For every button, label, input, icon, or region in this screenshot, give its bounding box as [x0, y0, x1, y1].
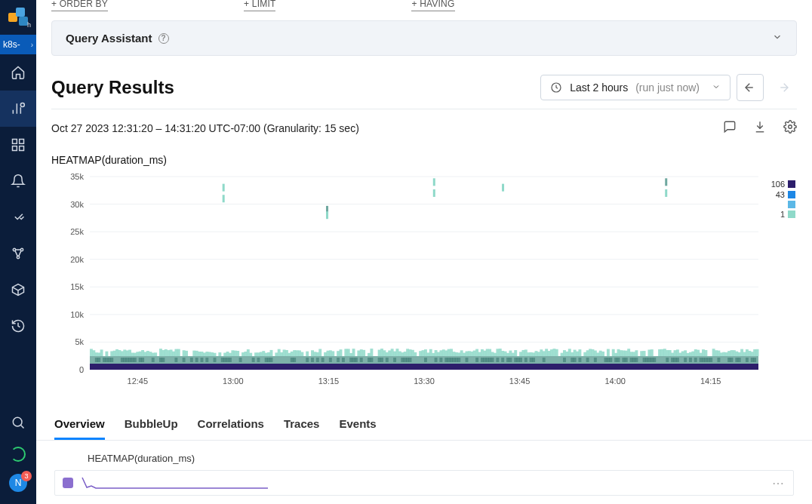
svg-rect-242 — [697, 350, 700, 356]
sparkline — [81, 475, 269, 490]
comment-button[interactable] — [723, 120, 737, 136]
svg-rect-394 — [433, 189, 435, 197]
svg-rect-298 — [291, 358, 294, 362]
tab-events[interactable]: Events — [339, 410, 376, 440]
time-range-selector[interactable]: Last 2 hours (run just now) — [540, 75, 730, 100]
query-assistant-bar[interactable]: Query Assistant ? — [51, 20, 797, 56]
tab-correlations[interactable]: Correlations — [198, 410, 264, 440]
svg-rect-227 — [658, 349, 661, 356]
svg-rect-149 — [435, 350, 438, 356]
svg-rect-363 — [635, 358, 638, 362]
svg-rect-332 — [481, 358, 484, 362]
svg-rect-130 — [383, 350, 386, 356]
svg-rect-201 — [574, 350, 577, 356]
svg-rect-164 — [473, 351, 476, 356]
svg-rect-52 — [136, 352, 139, 356]
svg-rect-343 — [519, 358, 522, 362]
svg-rect-273 — [128, 358, 131, 362]
svg-point-0 — [20, 103, 24, 107]
nav-home[interactable] — [0, 54, 36, 91]
help-icon[interactable]: ? — [158, 33, 169, 44]
svg-rect-168 — [483, 351, 486, 356]
svg-rect-319 — [406, 358, 409, 362]
legend-entry: 1 — [768, 210, 795, 219]
svg-rect-367 — [651, 358, 654, 362]
run-note: (run just now) — [635, 81, 700, 94]
svg-rect-238 — [687, 353, 690, 356]
svg-rect-36 — [90, 349, 93, 356]
svg-rect-84 — [234, 351, 237, 356]
svg-rect-69 — [185, 351, 188, 356]
svg-rect-230 — [666, 350, 669, 356]
svg-rect-369 — [666, 358, 669, 362]
nav-slos[interactable] — [0, 199, 36, 235]
svg-rect-86 — [241, 352, 245, 356]
svg-rect-182 — [521, 350, 524, 356]
nav-query[interactable] — [0, 91, 36, 127]
tab-overview[interactable]: Overview — [54, 410, 105, 440]
nav-datasets[interactable] — [0, 272, 36, 308]
nav-boards[interactable] — [0, 127, 36, 163]
download-button[interactable] — [753, 120, 767, 136]
order-by-chip[interactable]: + ORDER BY — [51, 0, 108, 11]
result-tabs: OverviewBubbleUpCorrelationsTracesEvents — [36, 410, 812, 441]
svg-rect-292 — [239, 358, 242, 362]
svg-rect-92 — [260, 352, 263, 356]
nav-history[interactable] — [0, 308, 36, 344]
svg-rect-265 — [97, 358, 100, 362]
heatmap-chart[interactable]: 35k30k25k20k15k10k5k012:4513:0013:1513:3… — [51, 174, 762, 389]
svg-rect-254 — [733, 350, 736, 356]
svg-rect-337 — [496, 358, 499, 362]
limit-chip[interactable]: + LIMIT — [244, 0, 275, 11]
tab-bubbleup[interactable]: BubbleUp — [125, 410, 178, 440]
svg-rect-344 — [524, 358, 527, 362]
svg-rect-331 — [475, 358, 478, 362]
svg-rect-282 — [183, 358, 186, 362]
user-avatar[interactable]: N 3 — [9, 474, 27, 492]
svg-text:35k: 35k — [70, 174, 84, 181]
nav-alerts[interactable] — [0, 163, 36, 199]
svg-rect-342 — [517, 358, 520, 362]
having-chip[interactable]: + HAVING — [411, 0, 454, 11]
svg-rect-293 — [252, 358, 255, 362]
query-assistant-label: Query Assistant — [66, 32, 152, 45]
svg-rect-211 — [601, 352, 604, 356]
app-logo[interactable]: h — [0, 0, 36, 35]
undo-button[interactable] — [737, 74, 764, 101]
svg-rect-152 — [442, 349, 445, 356]
svg-rect-88 — [247, 349, 250, 356]
svg-rect-75 — [205, 352, 208, 356]
svg-rect-380 — [709, 358, 712, 362]
svg-rect-3 — [13, 146, 17, 151]
series-color-swatch — [63, 478, 73, 488]
svg-rect-91 — [257, 352, 260, 356]
svg-rect-134 — [393, 352, 396, 356]
more-options-button[interactable]: ⋯ — [772, 476, 786, 490]
svg-rect-379 — [707, 358, 710, 362]
nav-service-map[interactable] — [0, 235, 36, 272]
svg-rect-114 — [327, 351, 330, 356]
tab-traces[interactable]: Traces — [284, 410, 320, 440]
nav-search[interactable] — [0, 404, 36, 441]
svg-rect-320 — [409, 358, 412, 362]
redo-button — [770, 74, 797, 101]
svg-rect-119 — [344, 349, 347, 356]
svg-text:13:15: 13:15 — [318, 376, 340, 386]
mini-chart-title: HEATMAP(duration_ms) — [88, 453, 794, 464]
mini-chart-row[interactable]: ⋯ — [54, 470, 794, 496]
svg-rect-253 — [730, 350, 734, 356]
svg-rect-96 — [270, 350, 273, 356]
svg-rect-136 — [398, 352, 401, 356]
loading-spinner-icon — [11, 447, 26, 462]
svg-rect-236 — [681, 352, 684, 356]
svg-rect-195 — [555, 349, 558, 356]
svg-rect-313 — [378, 358, 381, 362]
svg-rect-180 — [514, 350, 517, 356]
notification-badge: 3 — [21, 471, 32, 481]
svg-rect-213 — [612, 349, 615, 356]
environment-selector[interactable]: k8s- › — [0, 35, 36, 54]
svg-rect-356 — [609, 358, 612, 362]
svg-text:13:30: 13:30 — [414, 376, 435, 386]
svg-rect-137 — [401, 352, 404, 356]
settings-button[interactable] — [783, 120, 797, 136]
